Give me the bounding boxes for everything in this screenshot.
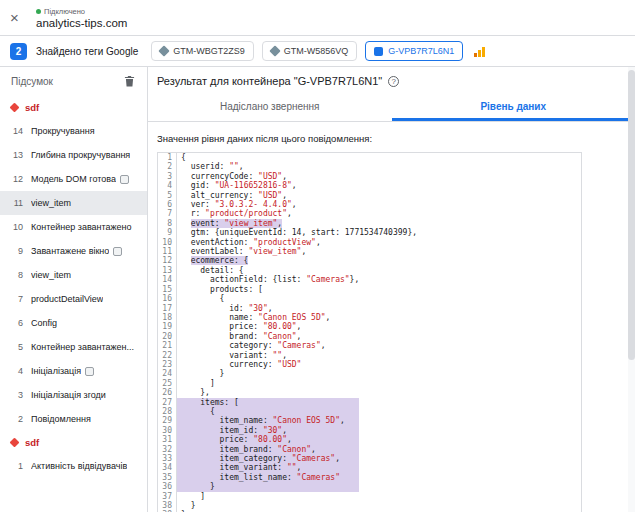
connection-bar: × Підключено analytics-tips.com <box>0 0 635 36</box>
event-number: 9 <box>6 246 23 256</box>
code-line: 22 variant: "", <box>158 351 581 360</box>
event-label: view_item <box>31 270 71 280</box>
event-number: 7 <box>6 294 23 304</box>
event-number: 3 <box>6 390 23 400</box>
sidebar-header: Підсумок <box>0 67 147 96</box>
line-number: 27 <box>158 398 177 407</box>
gtm-tag-icon <box>269 45 280 56</box>
code-line: 29 item_name: "Canon EOS 5D", <box>158 416 581 425</box>
sidebar-event-item[interactable]: 7productDetailView <box>0 287 147 311</box>
line-number: 8 <box>158 219 177 228</box>
tags-count-badge: 2 <box>10 43 27 60</box>
sidebar-section-header[interactable]: sdf <box>0 96 147 119</box>
sidebar-event-item[interactable]: 9Завантажене вікно <box>0 239 147 263</box>
sidebar-event-item[interactable]: 11view_item <box>0 191 147 215</box>
google-tag-icon <box>374 47 383 56</box>
line-number: 23 <box>158 360 177 369</box>
line-number: 4 <box>158 181 177 190</box>
line-number: 35 <box>158 473 177 482</box>
tag-chip[interactable]: GTM-WBGT2ZS9 <box>151 41 254 61</box>
event-label: Модель DOM готова <box>31 174 116 184</box>
tag-chip[interactable]: GTM-W5856VQ <box>262 41 358 61</box>
line-number: 26 <box>158 388 177 397</box>
event-number: 12 <box>6 174 23 184</box>
help-icon[interactable]: ? <box>388 76 399 87</box>
scrollbar-thumb[interactable] <box>628 70 635 360</box>
message-diamond-icon <box>10 438 20 448</box>
sidebar-event-item[interactable]: 3Ініціалізація згоди <box>0 383 147 407</box>
sidebar-event-item[interactable]: 8view_item <box>0 263 147 287</box>
sidebar-title: Підсумок <box>11 76 53 87</box>
line-number: 12 <box>158 256 177 265</box>
event-number: 6 <box>6 318 23 328</box>
code-line: 1{ <box>158 153 581 162</box>
code-line: 18 name: "Canon EOS 5D", <box>158 313 581 322</box>
connected-domain: analytics-tips.com <box>36 17 127 29</box>
line-number: 1 <box>158 153 177 162</box>
line-number: 9 <box>158 228 177 237</box>
code-line: 15 products: [ <box>158 285 581 294</box>
tab-requests-sent[interactable]: Надіслано звернення <box>148 95 392 121</box>
line-number: 38 <box>158 501 177 510</box>
event-number: 14 <box>6 126 23 136</box>
code-line: 30 item_id: "30", <box>158 426 581 435</box>
code-line: 5 alt_currency: "USD", <box>158 191 581 200</box>
status-dot-icon <box>36 9 41 14</box>
event-label: Активність відвідувачів <box>31 461 127 471</box>
line-number: 32 <box>158 445 177 454</box>
code-line: 7 r: "product/product", <box>158 209 581 218</box>
tag-chip-label: GTM-W5856VQ <box>284 46 349 56</box>
event-badge-icon <box>85 367 94 376</box>
tag-chip[interactable]: G-VPB7R7L6N1 <box>365 41 463 61</box>
sidebar-event-item[interactable]: 1Активність відвідувачів <box>0 454 147 478</box>
event-label: view_item <box>31 198 71 208</box>
code-line: 36 } <box>158 482 581 491</box>
line-number: 11 <box>158 247 177 256</box>
sidebar-event-item[interactable]: 4Ініціалізація <box>0 359 147 383</box>
line-number: 16 <box>158 294 177 303</box>
code-line: 12 ecommerce: { <box>158 256 581 265</box>
sidebar-event-item[interactable]: 10Контейнер завантажено <box>0 215 147 239</box>
analytics-bars-icon <box>474 46 486 57</box>
google-tags-bar: 2 Знайдено теги Google GTM-WBGT2ZS9GTM-W… <box>0 36 635 67</box>
code-line: 14 actionField: {list: "Cameras"}, <box>158 275 581 284</box>
code-line: 4 gid: "UA-116652816-8", <box>158 181 581 190</box>
sidebar-event-item[interactable]: 2Повідомлення <box>0 407 147 431</box>
data-layer-panel: Значення рівня даних після цього повідом… <box>148 122 635 512</box>
container-result-title: Результат для контейнера "G-VPB7R7L6N1" <box>157 75 382 87</box>
line-number: 34 <box>158 463 177 472</box>
code-line: 2 userid: "", <box>158 162 581 171</box>
tag-chips: GTM-WBGT2ZS9GTM-W5856VQG-VPB7R7L6N1 <box>151 41 486 61</box>
code-line: 8 event: "view_item", <box>158 219 581 228</box>
line-number: 10 <box>158 238 177 247</box>
sidebar-event-item[interactable]: 13Глибина прокручування <box>0 143 147 167</box>
line-number: 30 <box>158 426 177 435</box>
connection-status: Підключено <box>36 7 127 16</box>
sidebar-section-header[interactable]: sdf <box>0 431 147 454</box>
code-lines: 1{2 userid: "",3 currencyCode: "USD",4 g… <box>158 153 581 512</box>
line-number: 24 <box>158 369 177 378</box>
scrollbar[interactable] <box>628 67 635 512</box>
code-line: 19 price: "80.00", <box>158 322 581 331</box>
code-line: 17 id: "30", <box>158 304 581 313</box>
sidebar-event-item[interactable]: 14Прокручування <box>0 119 147 143</box>
code-line: 10 eventAction: "productView", <box>158 238 581 247</box>
event-label: Глибина прокручування <box>31 150 130 160</box>
line-number: 37 <box>158 492 177 501</box>
tab-data-layer[interactable]: Рівень даних <box>392 95 635 121</box>
tags-found-label: Знайдено теги Google <box>36 46 138 57</box>
sidebar-event-item[interactable]: 6Config <box>0 311 147 335</box>
sidebar-event-item[interactable]: 5Контейнер завантажен... <box>0 335 147 359</box>
data-layer-code-box[interactable]: 1{2 userid: "",3 currencyCode: "USD",4 g… <box>157 152 582 512</box>
code-line: 38 } <box>158 501 581 510</box>
event-number: 8 <box>6 270 23 280</box>
code-line: 16 { <box>158 294 581 303</box>
clear-trash-icon[interactable] <box>124 75 135 89</box>
code-line: 20 brand: "Canon", <box>158 332 581 341</box>
close-icon[interactable]: × <box>10 10 28 25</box>
event-badge-icon <box>120 175 129 184</box>
line-number: 7 <box>158 209 177 218</box>
sidebar-event-item[interactable]: 12Модель DOM готова <box>0 167 147 191</box>
code-line: 13 detail: { <box>158 266 581 275</box>
code-line: 23 currency: "USD" <box>158 360 581 369</box>
